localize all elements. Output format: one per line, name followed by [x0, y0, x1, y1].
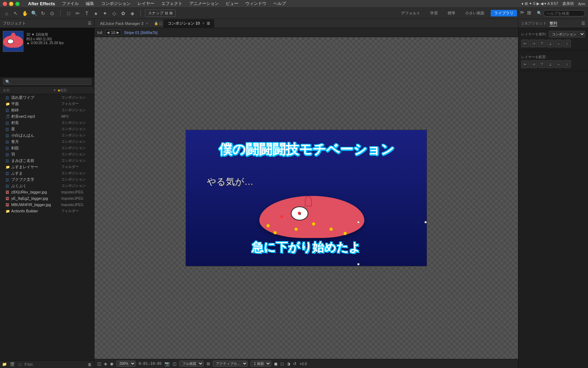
menu-view[interactable]: ビュー — [224, 1, 240, 7]
project-list-item[interactable]: ◫ 羽 コンポジション — [0, 151, 94, 157]
select-tool[interactable]: ↖ — [12, 9, 20, 17]
menu-layer[interactable]: レイヤー — [136, 1, 156, 7]
align-center-h-btn[interactable]: ⊣ — [530, 40, 537, 47]
align-to-select[interactable]: コンポジション — [549, 31, 585, 38]
home-button[interactable]: ⌂ — [3, 9, 10, 17]
puppet-tool[interactable]: ✿ — [119, 9, 127, 17]
panel-options-icon[interactable]: ☰ — [581, 21, 585, 26]
tab-align[interactable]: 整列 — [550, 21, 557, 26]
menu-window[interactable]: ウィンドウ — [244, 1, 268, 7]
workspace-standard[interactable]: 標準 — [444, 10, 459, 16]
dist-center-h-btn[interactable]: ⊣ — [530, 60, 537, 68]
next-frame-btn[interactable]: ▶ — [117, 30, 119, 34]
magnification-select[interactable]: 200% — [116, 361, 136, 367]
delete-btn[interactable]: 🗑 — [86, 361, 93, 368]
menu-edit[interactable]: 編集 — [84, 1, 96, 7]
text-tool[interactable]: T — [83, 9, 91, 17]
dist-bottom-btn[interactable]: ↕ — [563, 60, 571, 68]
project-list-item[interactable]: ◫ まみぼこ名前 コンポジション — [0, 157, 94, 164]
menu-animation[interactable]: アニメーション — [188, 1, 220, 7]
hand-tool[interactable]: ✋ — [21, 9, 29, 17]
snap-control[interactable]: スナップ ⊟ ⊞ — [145, 9, 176, 17]
minimize-button[interactable] — [9, 2, 13, 6]
maximize-button[interactable] — [15, 2, 20, 6]
menu-help[interactable]: ヘルプ — [272, 1, 287, 7]
refresh-btn[interactable]: ↺ — [293, 361, 296, 366]
project-list-item[interactable]: 📁 Actionfx Builder フォルダー — [0, 208, 94, 214]
new-solid-btn[interactable]: □ — [17, 361, 23, 368]
workspace-options[interactable]: ⊞ — [527, 10, 531, 16]
sort-icon[interactable]: ▼ — [53, 88, 56, 92]
dist-top-btn[interactable]: ⊥ — [546, 60, 554, 68]
help-search-input[interactable] — [543, 10, 585, 16]
prev-frame-btn[interactable]: ◀ — [107, 30, 110, 34]
menu-file[interactable]: ファイル — [61, 1, 80, 7]
close-button[interactable] — [3, 2, 7, 6]
project-list-item[interactable]: 🎵 村長ver2.mp3 MP3 — [0, 113, 94, 120]
project-list-item[interactable]: ◫ 剣筋 コンポジション — [0, 145, 94, 151]
project-list-item[interactable]: 📁 平面 フォルダー — [0, 101, 94, 107]
item-type: フォルダー — [61, 101, 93, 106]
project-list-item[interactable]: ◫ 粉砕 コンポジション — [0, 107, 94, 113]
toggle-3d-btn[interactable]: ◼ — [274, 361, 278, 366]
project-list-item[interactable]: ◫ ぶくぶく コンポジション — [0, 183, 94, 189]
project-list-item[interactable]: 🖼 MBUWHFiR_bigger.jpg ImporterJPEG — [0, 202, 94, 208]
new-folder-btn[interactable]: 📁 — [1, 361, 8, 368]
grid-btn[interactable]: ⊞ — [206, 361, 210, 366]
workspace-learn[interactable]: 学習 — [427, 10, 441, 16]
tab-presets[interactable]: と&プリセット — [521, 21, 547, 26]
project-list-item[interactable]: 📁 ふすまレイヤー フォルダー — [0, 164, 94, 170]
project-list-item[interactable]: 🖼 z8XjURkv_bigger.jpg ImporterJPEG — [0, 189, 94, 195]
rotate-tool[interactable]: ↻ — [39, 9, 47, 17]
new-comp-btn[interactable]: 🎬 — [9, 361, 15, 368]
menu-composition[interactable]: コンポジション — [100, 1, 132, 7]
channels-btn[interactable]: ◫ — [173, 361, 176, 366]
project-list-item[interactable]: ◫ ブクブク文字 コンポジション — [0, 176, 94, 183]
align-bottom-btn[interactable]: ↕ — [563, 40, 571, 47]
project-list-item[interactable]: ◫ 青月 コンポジション — [0, 138, 94, 145]
align-center-v-btn[interactable]: ↔ — [555, 40, 562, 47]
view-select[interactable]: 1 画面 — [251, 361, 271, 367]
dist-center-v-btn[interactable]: ↔ — [555, 60, 562, 68]
align-right-btn[interactable]: ⊤ — [538, 40, 546, 47]
tab-composition[interactable]: コンポジション 10 ✕ ☰ — [163, 19, 214, 28]
project-search-input[interactable] — [3, 79, 91, 85]
workspace-small[interactable]: 小さい画面 — [462, 10, 488, 16]
dist-right-btn[interactable]: ⊤ — [538, 60, 546, 68]
menu-effect[interactable]: エフェクト — [160, 1, 184, 7]
project-list-item[interactable]: ◫ 村長 コンポジション — [0, 120, 94, 126]
camera-select[interactable]: アクティブカ… — [213, 361, 248, 367]
project-list-item[interactable]: 🖼 yE_9qEgZ_bigger.jpg ImporterJPEG — [0, 195, 94, 202]
project-list-item[interactable]: ◫ 流れ星ワイプ コンポジション — [0, 94, 94, 101]
comp-preview-btn[interactable]: ◉ — [110, 361, 113, 366]
align-top-btn[interactable]: ⊥ — [546, 40, 554, 47]
motion-blur-btn[interactable]: ◑ — [287, 361, 290, 366]
tab-comp-menu[interactable]: ☰ — [207, 21, 210, 25]
quality-select[interactable]: フル画質 — [179, 361, 204, 367]
eraser-tool[interactable]: ◇ — [110, 9, 118, 17]
tab-aejuice[interactable]: AEJuice Pack Manager 3 ✕ — [96, 19, 153, 28]
dist-left-btn[interactable]: ⊢ — [521, 60, 529, 68]
zoom-tool[interactable]: 🔍 — [30, 9, 38, 17]
workspace-default[interactable]: デフォルト — [398, 10, 424, 16]
tab-aejuice-close[interactable]: ✕ — [146, 21, 148, 25]
composition-canvas[interactable]: 僕の闘闘闘技モチベーション やる気が… — [186, 130, 427, 266]
rect-tool[interactable]: □ — [65, 9, 72, 17]
project-list-item[interactable]: ◫ 星 コンポジション — [0, 126, 94, 132]
comp-render-btn[interactable]: ◫ — [97, 361, 101, 366]
workspace-more[interactable]: ≫ — [520, 10, 524, 16]
brush-tool[interactable]: ♠ — [92, 9, 100, 17]
clone-tool[interactable]: ✦ — [101, 9, 109, 17]
camera-orbit-tool[interactable]: ⊙ — [48, 9, 56, 17]
snapshot-btn[interactable]: 📷 — [164, 361, 170, 366]
draft-btn[interactable]: ◻ — [280, 361, 284, 366]
comp-output-btn[interactable]: ◈ — [104, 361, 107, 366]
workspace-library[interactable]: ライブラリ — [491, 10, 517, 16]
tab-comp-close[interactable]: ✕ — [202, 21, 205, 25]
project-list-item[interactable]: ◫ 小白ぱんぱん コンポジション — [0, 132, 94, 138]
pen-tool[interactable]: ✏ — [74, 9, 82, 17]
align-left-btn[interactable]: ⊢ — [521, 40, 529, 47]
shape-tool[interactable]: ◈ — [128, 9, 136, 17]
project-menu-icon[interactable]: ☰ — [88, 21, 91, 26]
project-list-item[interactable]: ◫ ふすま コンポジション — [0, 170, 94, 176]
